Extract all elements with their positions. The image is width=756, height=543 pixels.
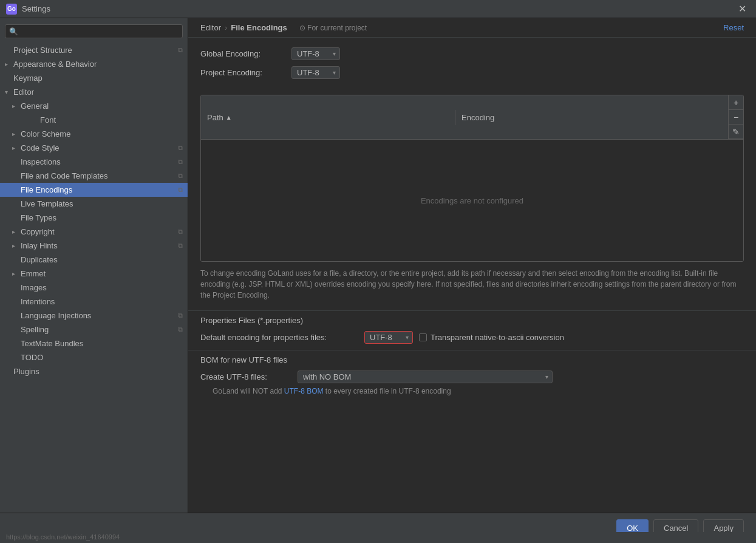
copy-icon: ⧉ — [178, 242, 183, 250]
expand-arrow-icon: ▸ — [12, 145, 21, 151]
sidebar-item-images[interactable]: Images — [0, 281, 188, 295]
goland-note: GoLand will NOT add UTF-8 BOM to every c… — [213, 387, 732, 395]
create-utf8-select[interactable]: with NO BOM ▾ — [298, 371, 553, 383]
sidebar-item-copyright[interactable]: ▸Copyright⧉ — [0, 225, 188, 239]
sidebar-item-label: Language Injections — [21, 311, 91, 320]
bom-section-header: BOM for new UTF-8 files — [188, 350, 756, 368]
table-empty-message: Encodings are not configured — [201, 140, 743, 261]
sidebar-item-color-scheme[interactable]: ▸Color Scheme — [0, 127, 188, 141]
sidebar-item-label: General — [21, 101, 49, 111]
sidebar-item-label: Plugins — [13, 367, 39, 376]
copy-icon: ⧉ — [178, 186, 183, 194]
th-path: Path ▲ — [201, 110, 455, 125]
search-box[interactable]: 🔍 — [5, 24, 183, 38]
project-encoding-row: Project Encoding: UTF-8 ▾ — [200, 66, 744, 79]
expand-arrow-icon: ▸ — [12, 103, 21, 109]
search-icon: 🔍 — [9, 27, 18, 36]
sidebar-item-inlay-hints[interactable]: ▸Inlay Hints⧉ — [0, 239, 188, 253]
sidebar-item-label: Editor — [13, 87, 34, 97]
sidebar-item-label: TODO — [21, 353, 43, 362]
bottom-url: https://blog.csdn.net/weixin_41640994 — [0, 532, 756, 543]
info-text: To change encoding GoLand uses for a fil… — [200, 268, 744, 301]
sidebar-item-todo[interactable]: TODO — [0, 350, 188, 364]
sidebar-item-intentions[interactable]: Intentions — [0, 295, 188, 309]
expand-arrow-icon: ▸ — [12, 270, 21, 277]
sidebar-item-label: File and Code Templates — [21, 171, 108, 180]
edit-encoding-button[interactable]: ✎ — [729, 125, 743, 139]
breadcrumb-sep: › — [225, 23, 227, 32]
copy-icon: ⧉ — [178, 144, 183, 152]
global-encoding-select[interactable]: UTF-8 ▾ — [291, 47, 340, 60]
sidebar-item-general[interactable]: ▸General — [0, 99, 188, 113]
close-button[interactable]: ✕ — [735, 2, 750, 16]
sidebar-item-font[interactable]: Font — [0, 113, 188, 127]
sidebar-item-textmate-bundles[interactable]: TextMate Bundles — [0, 336, 188, 350]
sidebar-item-label: Code Style — [21, 143, 60, 152]
bom-row: Create UTF-8 files: with NO BOM ▾ — [200, 371, 744, 383]
search-input[interactable] — [21, 27, 179, 36]
sidebar-item-file-encodings[interactable]: File Encodings⧉ — [0, 183, 188, 197]
sidebar-item-label: File Encodings — [21, 185, 72, 194]
expand-arrow-icon: ▸ — [12, 131, 21, 137]
th-encoding: Encoding — [455, 110, 728, 125]
sidebar-item-label: Color Scheme — [21, 129, 70, 138]
sidebar-item-label: Font — [40, 115, 56, 125]
sidebar-item-label: Keymap — [13, 73, 43, 83]
sidebar-item-label: Appearance & Behavior — [13, 60, 97, 69]
form-area: Global Encoding: UTF-8 ▾ Project Encodin… — [188, 38, 756, 95]
sidebar-item-file-code-templates[interactable]: File and Code Templates⧉ — [0, 169, 188, 183]
default-encoding-select[interactable]: UTF-8 ▾ — [364, 331, 413, 344]
bottom-bar: OK Cancel Apply https://blog.csdn.net/we… — [0, 513, 756, 543]
remove-encoding-button[interactable]: − — [729, 110, 743, 125]
sidebar-item-label: TextMate Bundles — [21, 339, 83, 348]
global-encoding-label: Global Encoding: — [200, 49, 291, 58]
expand-arrow-icon: ▸ — [12, 242, 21, 249]
sidebar-item-label: Project Structure — [13, 46, 72, 55]
sidebar-item-plugins[interactable]: Plugins — [0, 364, 188, 378]
sidebar-item-label: File Types — [21, 213, 56, 222]
sidebar-item-editor[interactable]: ▾Editor — [0, 85, 188, 99]
sort-arrow-icon: ▲ — [226, 114, 232, 121]
global-encoding-arrow: ▾ — [333, 50, 336, 57]
sidebar-item-label: Copyright — [21, 227, 55, 236]
window-title: Settings — [22, 4, 735, 13]
breadcrumb-current: File Encodings — [231, 23, 287, 32]
encoding-table: Path ▲ Encoding + − ✎ Encodings are not … — [200, 95, 744, 262]
sidebar-item-duplicates[interactable]: Duplicates — [0, 253, 188, 267]
sidebar: 🔍 Project Structure⧉▸Appearance & Behavi… — [0, 18, 188, 513]
expand-arrow-icon: ▾ — [5, 89, 13, 95]
transparent-conversion-label: Transparent native-to-ascii conversion — [431, 333, 564, 342]
sidebar-item-file-types[interactable]: File Types — [0, 211, 188, 225]
properties-section-header: Properties Files (*.properties) — [188, 310, 756, 329]
project-encoding-arrow: ▾ — [333, 69, 336, 76]
sidebar-item-emmet[interactable]: ▸Emmet — [0, 267, 188, 281]
copy-icon: ⧉ — [178, 172, 183, 180]
sidebar-item-inspections[interactable]: Inspections⧉ — [0, 155, 188, 169]
main-container: 🔍 Project Structure⧉▸Appearance & Behavi… — [0, 18, 756, 513]
expand-arrow-icon: ▸ — [12, 228, 21, 235]
sidebar-item-keymap[interactable]: Keymap — [0, 71, 188, 85]
content-area: Editor › File Encodings ⊙ For current pr… — [188, 18, 756, 513]
default-encoding-arrow: ▾ — [406, 334, 409, 341]
table-body: Encodings are not configured — [201, 140, 743, 261]
sidebar-item-label: Inlay Hints — [21, 241, 58, 250]
breadcrumb-bar: Editor › File Encodings ⊙ For current pr… — [188, 18, 756, 38]
add-encoding-button[interactable]: + — [729, 95, 743, 110]
utf8-bom-link[interactable]: UTF-8 BOM — [284, 387, 324, 395]
sidebar-item-project-structure[interactable]: Project Structure⧉ — [0, 43, 188, 57]
sidebar-item-spelling[interactable]: Spelling⧉ — [0, 323, 188, 336]
sidebar-item-code-style[interactable]: ▸Code Style⧉ — [0, 141, 188, 155]
default-encoding-label: Default encoding for properties files: — [200, 333, 358, 342]
copy-icon: ⧉ — [178, 326, 183, 333]
expand-arrow-icon: ▸ — [5, 61, 13, 67]
sidebar-item-label: Images — [21, 283, 47, 292]
breadcrumb-parent: Editor — [200, 23, 221, 32]
bom-section: Create UTF-8 files: with NO BOM ▾ GoLand… — [188, 368, 756, 405]
sidebar-item-language-injections[interactable]: Language Injections⧉ — [0, 309, 188, 323]
sidebar-item-live-templates[interactable]: Live Templates — [0, 197, 188, 211]
transparent-conversion-checkbox[interactable] — [419, 333, 427, 341]
sidebar-item-label: Duplicates — [21, 255, 58, 264]
reset-button[interactable]: Reset — [723, 23, 744, 32]
sidebar-item-appearance-behavior[interactable]: ▸Appearance & Behavior — [0, 57, 188, 71]
project-encoding-select[interactable]: UTF-8 ▾ — [291, 66, 340, 79]
